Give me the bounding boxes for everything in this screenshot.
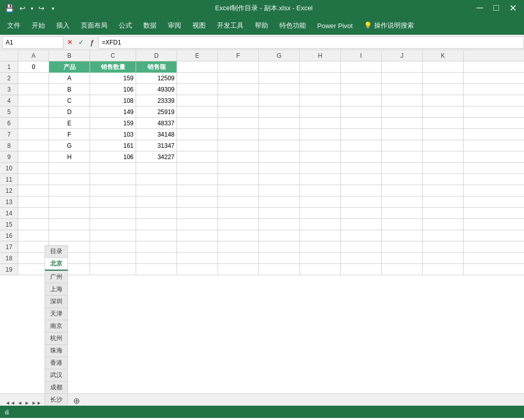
cell-h12[interactable] (300, 185, 341, 196)
cell-h17[interactable] (300, 241, 341, 253)
cell-b15[interactable] (49, 219, 90, 230)
tab-scroll-right-right[interactable]: ►► (31, 400, 43, 406)
menu-item-页面布局[interactable]: 页面布局 (76, 19, 113, 32)
col-header-c[interactable]: C (90, 50, 136, 61)
menu-item-插入[interactable]: 插入 (51, 19, 75, 32)
cell-j18[interactable] (382, 253, 423, 264)
cell-i12[interactable] (341, 185, 382, 196)
cell-i13[interactable] (341, 196, 382, 208)
cell-e11[interactable] (177, 174, 218, 185)
cell-f16[interactable] (218, 230, 259, 241)
cell-k8[interactable] (423, 140, 464, 151)
cell-i2[interactable] (341, 73, 382, 84)
cell-f9[interactable] (218, 151, 259, 163)
cell-d15[interactable] (136, 219, 177, 230)
cell-f1[interactable] (218, 61, 259, 73)
cell-h11[interactable] (300, 174, 341, 185)
cell-b9[interactable]: H (49, 151, 90, 163)
cell-b14[interactable] (49, 208, 90, 219)
cell-f4[interactable] (218, 95, 259, 106)
cell-c1[interactable]: 销售数量 (90, 61, 136, 73)
cell-a10[interactable] (18, 163, 49, 174)
cell-h15[interactable] (300, 219, 341, 230)
cell-d2[interactable]: 12509 (136, 73, 177, 84)
cell-h14[interactable] (300, 208, 341, 219)
cell-b7[interactable]: F (49, 129, 90, 140)
cell-c15[interactable] (90, 219, 136, 230)
cell-f17[interactable] (218, 241, 259, 253)
cell-e15[interactable] (177, 219, 218, 230)
cell-e6[interactable] (177, 118, 218, 129)
cell-b1[interactable]: 产品 (49, 61, 90, 73)
cell-k6[interactable] (423, 118, 464, 129)
cell-i7[interactable] (341, 129, 382, 140)
cell-f15[interactable] (218, 219, 259, 230)
cell-g19[interactable] (259, 264, 300, 275)
cell-i19[interactable] (341, 264, 382, 275)
cell-c8[interactable]: 161 (90, 140, 136, 151)
cell-k3[interactable] (423, 84, 464, 95)
cell-e8[interactable] (177, 140, 218, 151)
cell-b16[interactable] (49, 230, 90, 241)
cell-d19[interactable] (136, 264, 177, 275)
cell-j4[interactable] (382, 95, 423, 106)
cell-e1[interactable] (177, 61, 218, 73)
cell-f11[interactable] (218, 174, 259, 185)
cell-i3[interactable] (341, 84, 382, 95)
cell-h16[interactable] (300, 230, 341, 241)
cell-c3[interactable]: 106 (90, 84, 136, 95)
cell-d6[interactable]: 48337 (136, 118, 177, 129)
cell-j3[interactable] (382, 84, 423, 95)
cell-a7[interactable] (18, 129, 49, 140)
add-sheet-button[interactable]: ⊕ (71, 395, 82, 406)
cell-j8[interactable] (382, 140, 423, 151)
cell-g5[interactable] (259, 106, 300, 118)
menu-item-特色功能[interactable]: 特色功能 (274, 19, 311, 32)
menu-item-Power Pivot[interactable]: Power Pivot (312, 20, 358, 32)
menu-item-开发工具[interactable]: 开发工具 (212, 19, 249, 32)
cell-j1[interactable] (382, 61, 423, 73)
close-button[interactable]: ✕ (506, 3, 520, 14)
tab-scroll-left-left[interactable]: ◄◄ (4, 400, 16, 406)
cell-h1[interactable] (300, 61, 341, 73)
sheet-tab-南京[interactable]: 南京 (45, 320, 68, 332)
menu-item-审阅[interactable]: 审阅 (163, 19, 186, 32)
status-print-icon[interactable]: 🖨 (4, 409, 10, 415)
tab-scroll-left[interactable]: ◄ (16, 400, 24, 406)
col-header-e[interactable]: E (177, 50, 218, 61)
cell-d11[interactable] (136, 174, 177, 185)
cell-a15[interactable] (18, 219, 49, 230)
cell-d3[interactable]: 49309 (136, 84, 177, 95)
cell-f13[interactable] (218, 196, 259, 208)
cell-e10[interactable] (177, 163, 218, 174)
cell-a1[interactable]: 0 (18, 61, 49, 73)
tab-scroll-right[interactable]: ► (24, 400, 31, 406)
cell-k4[interactable] (423, 95, 464, 106)
cell-e19[interactable] (177, 264, 218, 275)
cell-f2[interactable] (218, 73, 259, 84)
formula-insert-btn[interactable]: ƒ (87, 37, 97, 48)
cell-h10[interactable] (300, 163, 341, 174)
formula-input[interactable] (98, 36, 524, 49)
cell-i17[interactable] (341, 241, 382, 253)
cell-a14[interactable] (18, 208, 49, 219)
cell-b5[interactable]: D (49, 106, 90, 118)
cell-h8[interactable] (300, 140, 341, 151)
cell-c19[interactable] (90, 264, 136, 275)
col-header-b[interactable]: B (49, 50, 90, 61)
col-header-d[interactable]: D (136, 50, 177, 61)
cell-d14[interactable] (136, 208, 177, 219)
cell-b4[interactable]: C (49, 95, 90, 106)
menu-item-开始[interactable]: 开始 (27, 19, 50, 32)
cell-h19[interactable] (300, 264, 341, 275)
cell-e17[interactable] (177, 241, 218, 253)
sheet-tab-成都[interactable]: 成都 (45, 381, 68, 393)
cell-i16[interactable] (341, 230, 382, 241)
save-icon[interactable]: 💾 (4, 3, 14, 13)
cell-a12[interactable] (18, 185, 49, 196)
menu-item-💡 操作说明搜索[interactable]: 💡 操作说明搜索 (359, 19, 419, 32)
sheet-tab-目录[interactable]: 目录 (45, 245, 68, 257)
cell-c16[interactable] (90, 230, 136, 241)
cell-c11[interactable] (90, 174, 136, 185)
cell-j6[interactable] (382, 118, 423, 129)
